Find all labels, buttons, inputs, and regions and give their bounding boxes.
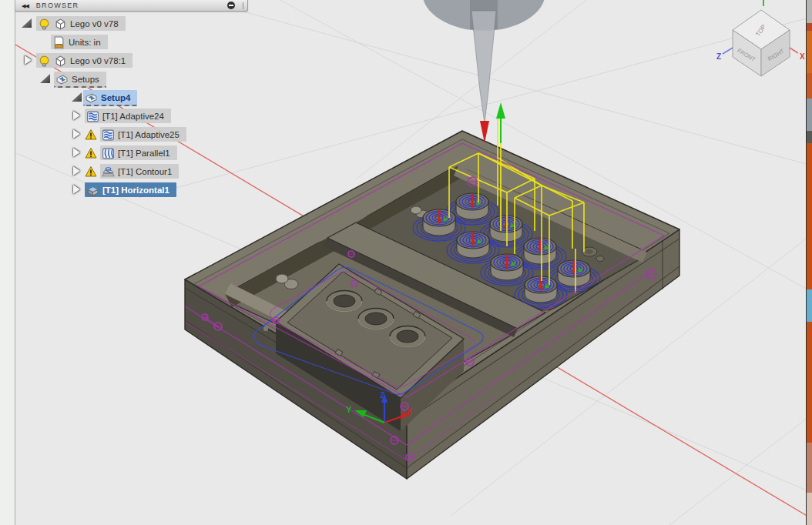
visibility-bulb-icon[interactable] [38, 18, 51, 30]
tree-item-label: [T1] Horizontal1 [102, 186, 169, 195]
background-window-fragment [807, 289, 812, 322]
stud [558, 260, 590, 286]
background-window-fragment [807, 23, 812, 31]
tree-item[interactable]: [T1] Adaptive25 [100, 127, 186, 142]
stud [423, 209, 455, 236]
tree-item[interactable]: Setups [54, 72, 106, 88]
tree-item-label: Lego v0 v78 [70, 19, 119, 28]
contour-icon [102, 166, 115, 178]
triad-x-label: X [406, 406, 412, 416]
expand-node-icon[interactable] [73, 111, 80, 120]
tree-item-label: [T1] Contour1 [118, 167, 172, 176]
background-window-fragment [807, 322, 812, 443]
parallel-icon [102, 147, 115, 159]
tree-item-label: [T1] Adaptive25 [118, 130, 180, 139]
component-icon [54, 55, 67, 67]
warning-icon [85, 147, 97, 158]
expand-node-icon[interactable] [25, 55, 32, 65]
setup-icon [55, 73, 69, 85]
tree-item-label: [T1] Parallel1 [118, 149, 170, 158]
tree-item[interactable]: [T1] Adaptive24 [85, 109, 171, 123]
tree-item-label: Units: in [69, 38, 101, 47]
stud [491, 254, 523, 280]
tree-item-label: Lego v0 v78:1 [70, 56, 126, 65]
background-window-fragment [807, 99, 812, 131]
background-window-fragment [807, 131, 812, 143]
setup-icon [85, 92, 98, 104]
tree-item[interactable]: [T1] Parallel1 [100, 145, 177, 160]
tree-item[interactable]: Lego v0 v78 [36, 16, 126, 31]
triad-y-label: Y [346, 405, 352, 414]
expand-node-icon[interactable] [73, 148, 80, 157]
stud [525, 276, 557, 303]
expand-node-icon[interactable] [73, 185, 80, 194]
tree-item-label: Setups [72, 75, 99, 84]
tree-item[interactable]: Lego v0 v78:1 [36, 53, 133, 68]
viewcube-x-axis-label: X [800, 52, 805, 61]
tree-item-label: [T1] Adaptive24 [102, 112, 164, 121]
background-window-fragment [807, 143, 812, 289]
stud [524, 238, 556, 264]
background-window-strip [806, 0, 812, 525]
stud [456, 193, 488, 219]
background-window-fragment [807, 73, 812, 99]
tree-item[interactable]: Setup4 [83, 90, 137, 106]
expand-node-icon[interactable] [73, 129, 80, 139]
stud [490, 216, 522, 242]
warning-icon [85, 166, 97, 176]
collapse-node-icon[interactable] [22, 18, 32, 28]
tree-item-label: Setup4 [101, 93, 130, 102]
units-icon [52, 36, 65, 48]
background-window-fragment [807, 493, 812, 525]
tree-item[interactable]: [T1] Contour1 [100, 164, 179, 179]
background-window-fragment [807, 0, 812, 23]
background-window-fragment [807, 443, 812, 493]
adaptive-icon [86, 110, 99, 122]
viewcube-z-axis-label: Z [716, 52, 721, 61]
warning-icon [85, 129, 97, 139]
adaptive-icon [102, 129, 115, 141]
expand-node-icon[interactable] [73, 166, 80, 176]
collapse-node-icon[interactable] [72, 92, 82, 102]
triad-z-label: Z [380, 390, 385, 400]
visibility-bulb-icon[interactable] [38, 55, 51, 67]
collapse-node-icon[interactable] [40, 74, 50, 83]
background-window-fragment [807, 31, 812, 73]
stud [457, 232, 489, 258]
tree-item[interactable]: Units: in [51, 35, 108, 49]
gray-point-marker [263, 326, 268, 331]
tree-item[interactable]: [T1] Horizontal1 [85, 182, 176, 197]
component-icon [54, 18, 67, 30]
browser-tree: Lego v0 v78Units: inLego v0 v78:1SetupsS… [0, 0, 262, 231]
horizontal-icon [86, 184, 99, 196]
